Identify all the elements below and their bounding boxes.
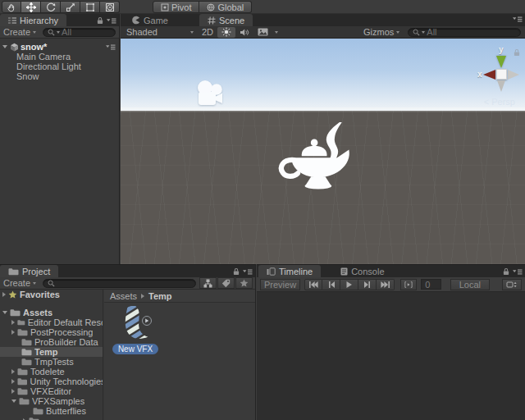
axis-y-label[interactable]: y — [499, 45, 504, 54]
effects-dropdown-caret[interactable] — [272, 27, 281, 38]
expander-closed-icon[interactable] — [11, 389, 15, 394]
previous-frame-button[interactable] — [322, 279, 340, 290]
rect-tool-button[interactable] — [80, 1, 100, 13]
search-by-label-button[interactable] — [217, 277, 235, 289]
scene-tab-icon — [208, 16, 216, 25]
axis-neg-y-cone[interactable] — [497, 80, 505, 92]
scene-search-input[interactable]: All — [408, 28, 521, 37]
favorites-filter-button[interactable] — [235, 277, 253, 289]
expander-closed-icon[interactable] — [11, 330, 15, 335]
tree-item-tmptests[interactable]: TmpTests — [0, 357, 103, 367]
2d-toggle-button[interactable]: 2D — [198, 27, 217, 38]
timeline-content[interactable] — [257, 292, 525, 420]
hierarchy-create-dropdown[interactable]: Create — [0, 27, 39, 37]
folder-icon — [17, 328, 28, 336]
tree-item-vfxsamples[interactable]: VFXSamples — [0, 396, 103, 406]
shading-mode-dropdown[interactable]: Shaded — [122, 27, 198, 38]
tree-item-postprocessing[interactable]: PostProcessing — [0, 327, 103, 337]
rotate-tool-button[interactable] — [41, 1, 61, 13]
hierarchy-item-directional-light[interactable]: Directional Light — [0, 62, 119, 71]
hierarchy-tree: snow* Main Camera Directional Light Snow — [0, 39, 119, 264]
asset-preview-play-button[interactable] — [142, 316, 152, 326]
axis-z-cone[interactable] — [508, 70, 519, 80]
tab-project[interactable]: Project — [0, 265, 58, 277]
asset-label[interactable]: New VFX — [112, 344, 158, 354]
gizmos-dropdown[interactable]: Gizmos — [359, 27, 404, 38]
expander-closed-icon[interactable] — [11, 320, 15, 325]
camera-gizmo-icon[interactable] — [194, 80, 228, 109]
move-tool-button[interactable] — [21, 1, 41, 13]
tree-item-butterflies[interactable]: Butterflies — [0, 406, 103, 416]
perspective-toggle[interactable]: < Persp — [484, 97, 515, 107]
tree-item-unity-technologies[interactable]: Unity Technologies — [0, 377, 103, 386]
unity-scene-icon — [10, 43, 19, 52]
expander-closed-icon[interactable] — [11, 369, 15, 374]
axis-x-cone[interactable] — [483, 70, 495, 80]
skip-end-icon — [381, 281, 390, 289]
search-by-type-button[interactable] — [199, 277, 217, 289]
hierarchy-search-input[interactable]: All — [43, 28, 116, 37]
scene-row-menu-icon[interactable] — [106, 44, 116, 50]
scene-viewport[interactable]: y x < Persp — [121, 39, 525, 264]
panel-menu-icon[interactable] — [243, 269, 253, 275]
tree-item-favorites[interactable]: Favorites — [0, 290, 103, 299]
audio-toggle-button[interactable] — [235, 27, 253, 38]
go-to-end-button[interactable] — [377, 279, 395, 290]
expander-open-icon[interactable] — [2, 45, 7, 48]
tree-item-assets[interactable]: Assets — [0, 308, 103, 317]
tree-item-clipped[interactable] — [0, 416, 103, 420]
project-search-input[interactable] — [43, 279, 196, 288]
lock-icon[interactable] — [97, 16, 103, 25]
preview-button[interactable]: Preview — [260, 279, 300, 290]
expander-open-icon[interactable] — [11, 399, 16, 403]
scale-tool-button[interactable] — [61, 1, 80, 13]
local-dropdown[interactable]: Local — [450, 279, 490, 290]
play-range-toggle[interactable] — [400, 279, 417, 290]
global-toggle-button[interactable]: Global — [199, 1, 252, 13]
tab-hierarchy[interactable]: Hierarchy — [0, 14, 66, 26]
pan-tool-button[interactable] — [2, 1, 21, 13]
panel-menu-icon[interactable] — [513, 269, 523, 275]
hierarchy-item-main-camera[interactable]: Main Camera — [0, 52, 119, 62]
vfx-lamp-gizmo-icon[interactable] — [277, 121, 356, 200]
expander-closed-icon[interactable] — [2, 292, 6, 297]
hierarchy-item-snow[interactable]: Snow — [0, 71, 119, 81]
global-label: Global — [217, 2, 244, 12]
tab-console[interactable]: Console — [332, 265, 392, 277]
tab-scene[interactable]: Scene — [199, 14, 253, 26]
project-create-dropdown[interactable]: Create — [0, 278, 39, 288]
tree-item-editor-default-resources[interactable]: Editor Default Resources — [0, 317, 103, 327]
breadcrumb-current[interactable]: Temp — [148, 291, 172, 301]
panel-menu-icon[interactable] — [107, 18, 116, 24]
asset-new-vfx[interactable]: New VFX — [112, 306, 158, 354]
scene-toolbar: Shaded 2D Gizmos — [121, 26, 525, 39]
axis-y-cone[interactable] — [496, 56, 506, 68]
expander-closed-icon[interactable] — [11, 379, 15, 384]
tab-timeline[interactable]: Timeline — [258, 265, 321, 277]
tab-game[interactable]: Game — [123, 14, 176, 26]
tree-item-vfxeditor[interactable]: VFXEditor — [0, 386, 103, 396]
axis-x-label[interactable]: x — [477, 70, 482, 79]
orientation-cube[interactable] — [496, 69, 507, 80]
effects-toggle-button[interactable] — [253, 27, 272, 38]
expander-open-icon[interactable] — [2, 311, 7, 314]
hierarchy-panel: Hierarchy Create All snow* — [0, 14, 120, 264]
frame-field[interactable]: 0 — [421, 279, 441, 290]
hierarchy-scene-row[interactable]: snow* — [0, 42, 119, 52]
go-to-start-button[interactable] — [304, 279, 322, 290]
tree-item-temp[interactable]: Temp — [0, 347, 103, 357]
next-frame-button[interactable] — [358, 279, 377, 290]
star-icon — [240, 279, 249, 288]
panel-menu-icon[interactable] — [513, 16, 523, 22]
transform-tool-button[interactable] — [100, 1, 120, 13]
tree-item-probuilder-data[interactable]: ProBuilder Data — [0, 337, 103, 347]
breadcrumb-root[interactable]: Assets — [110, 291, 137, 301]
pivot-toggle-button[interactable]: Pivot — [153, 1, 199, 13]
tree-item-todelete[interactable]: Todelete — [0, 367, 103, 377]
lock-icon[interactable] — [503, 267, 509, 276]
viewport-lock-icon[interactable] — [514, 48, 520, 57]
play-button[interactable] — [340, 279, 358, 290]
lock-icon[interactable] — [233, 267, 240, 276]
lighting-toggle-button[interactable] — [217, 27, 235, 38]
timeline-settings-button[interactable] — [502, 279, 522, 290]
